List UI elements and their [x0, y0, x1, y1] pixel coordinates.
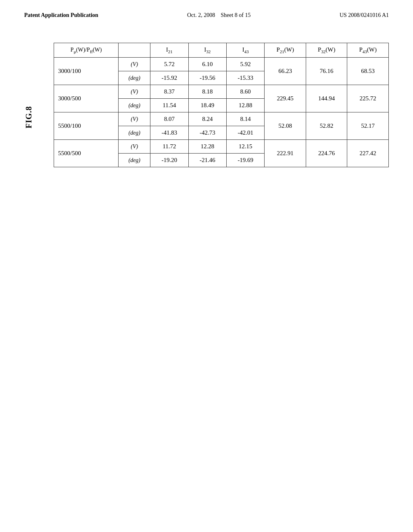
param-3000-100: 3000/100	[54, 58, 119, 85]
i21-3000-100-v: 5.72	[150, 58, 188, 71]
col-header-p43: P43(W)	[347, 43, 389, 58]
table-container: Pμ(W)/Pff(W) I21 I32 I43 P21(W) P32(W) P…	[54, 43, 389, 167]
unit-v-4: (V)	[119, 140, 150, 154]
table-row: 5500/100 (V) 8.07 8.24 8.14 52.08 52.82 …	[54, 112, 389, 126]
i43-5500-100-deg: -42.01	[227, 126, 265, 140]
col-header-unit	[119, 43, 150, 58]
i21-3000-500-v: 8.37	[150, 85, 188, 99]
col-header-p32: P32(W)	[306, 43, 347, 58]
data-table: Pμ(W)/Pff(W) I21 I32 I43 P21(W) P32(W) P…	[54, 43, 389, 167]
col-header-p21: P21(W)	[265, 43, 306, 58]
i43-5500-500-deg: -19.69	[227, 154, 265, 167]
i32-3000-100-deg: -19.56	[188, 71, 226, 85]
p21-5500-500: 222.91	[265, 140, 306, 167]
header-date-sheet: Oct. 2, 2008 Sheet 8 of 15	[187, 12, 250, 19]
p43-5500-100: 52.17	[347, 112, 389, 140]
header-date: Oct. 2, 2008	[187, 12, 215, 18]
param-3000-500: 3000/500	[54, 85, 119, 112]
header-publication-label: Patent Application Publication	[24, 12, 98, 19]
table-row: 3000/100 (V) 5.72 6.10 5.92 66.23 76.16 …	[54, 58, 389, 71]
unit-deg-1: (deg)	[119, 71, 150, 85]
i32-5500-500-deg: -21.46	[188, 154, 226, 167]
param-5500-500: 5500/500	[54, 140, 119, 167]
i21-5500-100-deg: -41.83	[150, 126, 188, 140]
i21-3000-100-deg: -15.92	[150, 71, 188, 85]
i43-3000-100-deg: -15.33	[227, 71, 265, 85]
header-sheet: Sheet 8 of 15	[221, 12, 250, 18]
col-header-i21: I21	[150, 43, 188, 58]
p32-3000-500: 144.94	[306, 85, 347, 112]
page-header: Patent Application Publication Oct. 2, 2…	[0, 0, 413, 27]
unit-v-2: (V)	[119, 85, 150, 99]
i32-5500-500-v: 12.28	[188, 140, 226, 154]
main-content: FIG.8 Pμ(W)/Pff(W) I21 I32 I43 P21(W) P3…	[0, 27, 413, 183]
i43-3000-100-v: 5.92	[227, 58, 265, 71]
i32-5500-100-v: 8.24	[188, 112, 226, 126]
figure-label: FIG.8	[24, 106, 33, 129]
p21-3000-500: 229.45	[265, 85, 306, 112]
i43-3000-500-deg: 12.88	[227, 99, 265, 112]
i43-5500-500-v: 12.15	[227, 140, 265, 154]
p32-5500-100: 52.82	[306, 112, 347, 140]
p43-3000-100: 68.53	[347, 58, 389, 85]
i32-3000-500-deg: 18.49	[188, 99, 226, 112]
p21-5500-100: 52.08	[265, 112, 306, 140]
i21-5500-100-v: 8.07	[150, 112, 188, 126]
header-patent-number: US 2008/0241016 A1	[340, 12, 389, 19]
p43-5500-500: 227.42	[347, 140, 389, 167]
table-row: 5500/500 (V) 11.72 12.28 12.15 222.91 22…	[54, 140, 389, 154]
p32-3000-100: 76.16	[306, 58, 347, 85]
unit-deg-4: (deg)	[119, 154, 150, 167]
i43-5500-100-v: 8.14	[227, 112, 265, 126]
i32-3000-500-v: 8.18	[188, 85, 226, 99]
unit-v-3: (V)	[119, 112, 150, 126]
p32-5500-500: 224.76	[306, 140, 347, 167]
i21-5500-500-v: 11.72	[150, 140, 188, 154]
i32-5500-100-deg: -42.73	[188, 126, 226, 140]
i21-5500-500-deg: -19.20	[150, 154, 188, 167]
col-header-i32: I32	[188, 43, 226, 58]
table-row: 3000/500 (V) 8.37 8.18 8.60 229.45 144.9…	[54, 85, 389, 99]
i43-3000-500-v: 8.60	[227, 85, 265, 99]
p43-3000-500: 225.72	[347, 85, 389, 112]
unit-deg-3: (deg)	[119, 126, 150, 140]
unit-v-1: (V)	[119, 58, 150, 71]
p21-3000-100: 66.23	[265, 58, 306, 85]
col-header-i43: I43	[227, 43, 265, 58]
i21-3000-500-deg: 11.54	[150, 99, 188, 112]
unit-deg-2: (deg)	[119, 99, 150, 112]
col-header-param: Pμ(W)/Pff(W)	[54, 43, 119, 58]
param-5500-100: 5500/100	[54, 112, 119, 140]
i32-3000-100-v: 6.10	[188, 58, 226, 71]
